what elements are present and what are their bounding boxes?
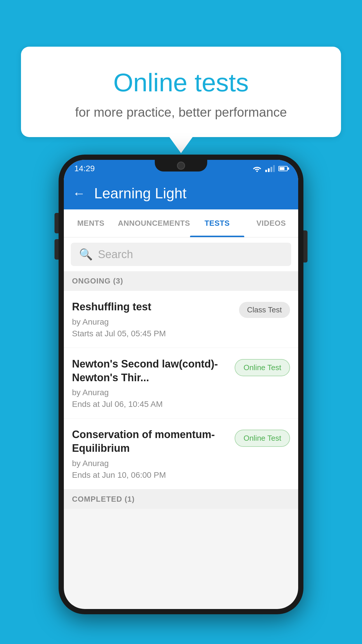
test-time-3: Ends at Jun 10, 06:00 PM (72, 470, 229, 480)
search-icon: 🔍 (79, 248, 93, 261)
status-icons (252, 165, 288, 172)
test-author-3: by Anurag (72, 459, 229, 468)
tab-videos[interactable]: VIDEOS (244, 209, 298, 237)
status-time: 14:29 (74, 164, 95, 173)
test-time-2: Ends at Jul 06, 10:45 AM (72, 400, 229, 409)
wifi-icon (252, 165, 262, 172)
volume-down-button (55, 239, 59, 260)
back-button[interactable]: ← (73, 186, 85, 201)
test-name-1: Reshuffling test (72, 300, 233, 314)
test-item-1[interactable]: Reshuffling test by Anurag Starts at Jul… (64, 291, 298, 348)
app-bar: ← Learning Light (64, 177, 298, 209)
test-info-3: Conservation of momentum-Equilibrium by … (72, 428, 235, 480)
app-bar-title: Learning Light (94, 185, 187, 202)
battery-icon (278, 166, 288, 171)
phone-screen: 14:29 (64, 160, 298, 609)
tab-ments[interactable]: MENTS (64, 209, 118, 237)
test-badge-1: Class Test (239, 302, 290, 318)
test-name-3: Conservation of momentum-Equilibrium (72, 428, 229, 455)
search-container: 🔍 Search (64, 237, 298, 271)
speech-bubble-subtitle: for more practice, better performance (44, 105, 318, 120)
test-list: Reshuffling test by Anurag Starts at Jul… (64, 291, 298, 489)
phone-body: 14:29 (59, 155, 303, 614)
speech-bubble: Online tests for more practice, better p… (21, 47, 341, 137)
phone-frame: 14:29 (59, 155, 303, 614)
front-camera (177, 162, 185, 170)
phone-notch (155, 160, 207, 172)
test-badge-3: Online Test (235, 430, 290, 447)
test-item-2[interactable]: Newton's Second law(contd)-Newton's Thir… (64, 348, 298, 419)
volume-up-button (55, 213, 59, 233)
test-author-1: by Anurag (72, 317, 233, 327)
speech-bubble-container: Online tests for more practice, better p… (21, 47, 341, 137)
svg-point-0 (256, 171, 258, 172)
test-name-2: Newton's Second law(contd)-Newton's Thir… (72, 357, 229, 385)
test-badge-2: Online Test (235, 359, 290, 376)
tab-announcements[interactable]: ANNOUNCEMENTS (118, 209, 190, 237)
ongoing-section-header: ONGOING (3) (64, 271, 298, 291)
test-info-1: Reshuffling test by Anurag Starts at Jul… (72, 300, 239, 338)
speech-bubble-title: Online tests (44, 67, 318, 98)
battery-fill (280, 167, 284, 170)
power-button (303, 230, 307, 262)
tab-tests[interactable]: TESTS (190, 209, 244, 237)
search-input[interactable]: Search (98, 248, 133, 261)
test-info-2: Newton's Second law(contd)-Newton's Thir… (72, 357, 235, 409)
completed-section-header: COMPLETED (1) (64, 489, 298, 509)
test-time-1: Starts at Jul 05, 05:45 PM (72, 329, 233, 338)
tab-bar: MENTS ANNOUNCEMENTS TESTS VIDEOS (64, 209, 298, 237)
signal-icon (265, 165, 275, 172)
search-box[interactable]: 🔍 Search (71, 243, 291, 266)
test-author-2: by Anurag (72, 388, 229, 397)
test-item-3[interactable]: Conservation of momentum-Equilibrium by … (64, 419, 298, 489)
